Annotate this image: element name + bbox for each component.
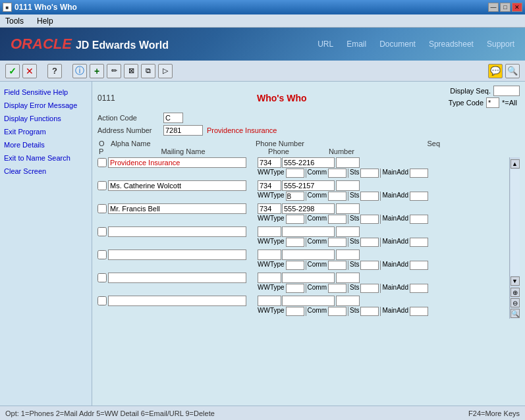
sidebar-item-display-functions[interactable]: Display Functions [3, 112, 89, 125]
row3-checkbox[interactable] [97, 204, 107, 213]
row6-mainadd-input[interactable] [410, 284, 428, 293]
display-seq-input[interactable] [493, 86, 520, 96]
row1-wwtype-input[interactable] [286, 169, 304, 178]
menu-help[interactable]: Help [34, 15, 56, 27]
row6-comm-input[interactable] [328, 284, 346, 293]
row3-comm-input[interactable] [328, 215, 346, 224]
row3-area[interactable] [258, 203, 281, 214]
nav-document[interactable]: Document [379, 39, 416, 49]
row6-area[interactable] [258, 273, 281, 283]
row6-seq[interactable] [336, 273, 360, 283]
row5-comm-input[interactable] [328, 261, 346, 270]
row2-wwtype-input[interactable] [286, 192, 304, 201]
row2-name-input[interactable] [108, 180, 246, 191]
ok-button[interactable]: ✓ [5, 64, 20, 78]
row4-seq[interactable] [336, 226, 360, 237]
cancel-button[interactable]: ✕ [22, 64, 37, 78]
action-code-input[interactable] [163, 113, 183, 123]
row3-name-input[interactable] [108, 203, 246, 214]
row7-name-input[interactable] [108, 296, 246, 306]
row2-seq[interactable] [336, 180, 360, 191]
row3-seq[interactable] [336, 203, 360, 214]
add-button[interactable]: + [90, 64, 104, 78]
row7-wwtype-input[interactable] [286, 307, 304, 316]
row5-wwtype-input[interactable] [286, 261, 304, 270]
row4-mainadd-input[interactable] [410, 238, 428, 247]
row7-checkbox[interactable] [97, 296, 107, 305]
row4-sts-input[interactable] [360, 238, 379, 247]
copy-button[interactable]: ⧉ [141, 64, 155, 78]
row7-comm-input[interactable] [328, 307, 346, 316]
row1-phone[interactable] [282, 157, 335, 168]
row1-seq[interactable] [336, 157, 360, 168]
row6-checkbox[interactable] [97, 273, 107, 282]
row2-sts-input[interactable] [360, 192, 379, 201]
close-button[interactable]: ✕ [512, 3, 522, 12]
search-button[interactable]: 🔍 [505, 64, 520, 78]
nav-spreadsheet[interactable]: Spreadsheet [429, 39, 474, 49]
forward-button[interactable]: ▷ [158, 64, 173, 78]
row3-wwtype-input[interactable] [286, 215, 304, 224]
sidebar-item-exit-name-search[interactable]: Exit to Name Search [3, 151, 89, 165]
row7-seq[interactable] [336, 296, 360, 306]
sidebar-item-exit-program[interactable]: Exit Program [3, 125, 89, 138]
row4-area[interactable] [258, 226, 281, 237]
row3-sts-input[interactable] [360, 215, 379, 224]
sidebar-item-display-error[interactable]: Display Error Message [3, 99, 89, 112]
row6-sts-input[interactable] [360, 284, 379, 293]
row4-wwtype-input[interactable] [286, 238, 304, 247]
chat-button[interactable]: 💬 [488, 64, 503, 78]
nav-support[interactable]: Support [487, 39, 514, 49]
row1-checkbox[interactable] [97, 158, 107, 167]
delete-button[interactable]: ⊠ [124, 64, 138, 78]
scroll-zoom-out-button[interactable]: ⊖ [511, 298, 520, 307]
menu-tools[interactable]: Tools [3, 15, 26, 27]
row5-seq[interactable] [336, 249, 360, 260]
row5-mainadd-input[interactable] [410, 261, 428, 270]
row7-sts-input[interactable] [360, 307, 379, 316]
row4-name-input[interactable] [108, 226, 246, 237]
sidebar-item-field-help[interactable]: Field Sensitive Help [3, 86, 89, 99]
row2-checkbox[interactable] [97, 181, 107, 190]
nav-email[interactable]: Email [346, 39, 366, 49]
row6-name-input[interactable] [108, 273, 246, 283]
row6-phone[interactable] [282, 273, 335, 283]
scroll-down-button[interactable]: ▼ [511, 276, 520, 286]
row2-phone[interactable] [282, 180, 335, 191]
info-button[interactable]: ⓘ [72, 64, 87, 78]
row5-area[interactable] [258, 249, 281, 260]
scroll-zoom-in-button[interactable]: ⊕ [511, 288, 520, 297]
address-number-input[interactable] [163, 125, 203, 136]
maximize-button[interactable]: □ [500, 3, 511, 12]
row2-comm-input[interactable] [328, 192, 346, 201]
help-button[interactable]: ? [47, 64, 62, 78]
row1-comm-input[interactable] [328, 169, 346, 178]
row3-mainadd-input[interactable] [410, 215, 428, 224]
row5-name-input[interactable] [108, 249, 246, 260]
scroll-up-button[interactable]: ▲ [511, 159, 520, 169]
sidebar-item-more-details[interactable]: More Details [3, 138, 89, 151]
row5-sts-input[interactable] [360, 261, 379, 270]
row7-mainadd-input[interactable] [410, 307, 428, 316]
edit-button[interactable]: ✏ [107, 64, 121, 78]
row7-phone[interactable] [282, 296, 335, 306]
row1-sts-input[interactable] [360, 169, 379, 178]
scroll-search-button[interactable]: 🔍 [511, 309, 520, 318]
row1-name-input[interactable] [108, 157, 246, 168]
minimize-button[interactable]: — [488, 3, 499, 12]
row2-area[interactable] [258, 180, 281, 191]
row6-wwtype-input[interactable] [286, 284, 304, 293]
row5-phone[interactable] [282, 249, 335, 260]
row1-mainadd-input[interactable] [410, 169, 428, 178]
sidebar-item-clear-screen[interactable]: Clear Screen [3, 165, 89, 178]
row4-phone[interactable] [282, 226, 335, 237]
row3-phone[interactable] [282, 203, 335, 214]
row5-checkbox[interactable] [97, 250, 107, 259]
row7-area[interactable] [258, 296, 281, 306]
row4-checkbox[interactable] [97, 227, 107, 236]
type-code-input[interactable] [486, 97, 499, 108]
row2-mainadd-input[interactable] [410, 192, 428, 201]
row4-comm-input[interactable] [328, 238, 346, 247]
nav-url[interactable]: URL [318, 39, 333, 49]
row1-area[interactable] [258, 157, 281, 168]
